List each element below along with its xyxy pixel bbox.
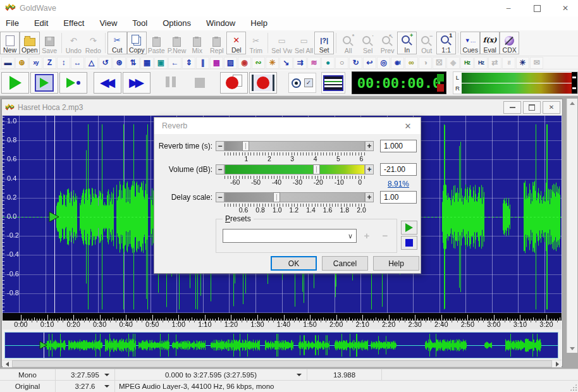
dialog-title-bar[interactable]: Reverb ✕ [154,118,421,134]
pinwheel-icon[interactable]: ☀ [516,57,529,69]
merge-arrows-icon[interactable]: ⇅ [126,57,140,69]
trim-button[interactable]: ✂Trim [246,32,266,54]
dropdown-arrow[interactable] [297,374,302,376]
vd-boxes-icon[interactable]: ▩ [210,57,223,69]
menu-tool[interactable]: Tool [125,16,155,30]
doc-restore-button[interactable] [523,101,541,114]
menu-options[interactable]: Options [155,16,199,30]
horizontal-scrollbar[interactable] [3,360,562,367]
preset-add-button[interactable]: + [360,230,373,242]
monitor-radio[interactable] [292,78,301,88]
document-title-bar[interactable]: Hasret Hoca 2.mp3 ✕ [2,99,562,116]
insert-icon[interactable]: ⇉ [293,57,307,69]
minimize-button[interactable]: – [496,0,521,16]
preview-play-button[interactable] [401,221,417,235]
menu-edit[interactable]: Edit [27,16,56,30]
delay-scale-increase-button[interactable]: + [365,192,374,202]
delay-scale-input[interactable]: 1.00 [380,191,417,204]
control-properties-button[interactable] [321,72,345,94]
ramp-icon[interactable]: △ [85,57,98,69]
paste-button[interactable]: Paste [147,32,166,54]
scroll-up-arrow[interactable] [567,99,577,107]
menu-file[interactable]: File [0,16,27,30]
width-arrows-icon[interactable]: ↔ [71,57,84,69]
cancel-button[interactable]: Cancel [322,256,368,271]
new-button[interactable]: New [0,32,20,54]
dropdown-arrow[interactable] [104,385,109,388]
1-1-button[interactable]: 11:1 [436,32,456,54]
loop-back-icon[interactable]: ↩ [363,57,376,69]
reverb-time-slider-thumb[interactable] [242,141,249,151]
help-button[interactable]: Help [373,256,419,271]
volume-decrease-button[interactable]: − [216,164,224,175]
stripes-icon[interactable]: ≋ [307,57,321,69]
dialog-close-button[interactable]: ✕ [395,118,421,134]
scroll-thumb[interactable] [12,360,552,367]
pointer-x-icon[interactable]: ↘ [280,57,293,69]
globe-icon[interactable]: ● [321,57,335,69]
vertical-arrows-icon[interactable]: ⇕ [182,57,195,69]
save-button[interactable]: Save [40,32,59,54]
loop-time-icon[interactable]: ↻ [349,57,362,69]
delay-scale-slider-thumb[interactable] [273,192,280,202]
volume-slider[interactable] [224,164,365,175]
reverb-time-input[interactable]: 1.000 [380,140,417,152]
presets-combobox[interactable]: ∨ [223,229,357,243]
play-selection-button[interactable] [30,72,58,94]
undo-button[interactable]: ↶Undo [64,32,83,54]
cdx-button[interactable]: CDX [500,32,519,54]
in-button[interactable]: +In [397,32,417,54]
prev-button[interactable]: ↖Prev [378,32,397,54]
redo-button[interactable]: ↷Redo [83,32,103,54]
reverb-time-increase-button[interactable]: + [365,141,374,151]
cues-button[interactable]: ▼…Cues [460,32,480,54]
gear-icon[interactable]: ⊛ [113,57,126,69]
hz-wave-icon[interactable]: Hz [474,57,488,69]
combo-dropdown-icon[interactable]: ∨ [345,232,356,240]
status-length[interactable]: 3:27.595 [56,369,115,380]
preset-remove-button[interactable]: − [379,230,391,242]
volume-input[interactable]: -21.00 [380,163,417,176]
scroll-left-arrow[interactable] [3,360,11,367]
dropdown-arrow[interactable] [104,374,109,376]
stop-button[interactable] [186,72,214,94]
close-button[interactable]: ✕ [553,0,578,16]
menu-window[interactable]: Window [199,16,243,30]
sel-button[interactable]: ·Sel [358,32,378,54]
menu-effect[interactable]: Effect [56,16,92,30]
status-selection[interactable]: 0.000 to 3:27.595 (3:27.595) [115,369,307,380]
linked-circles-icon[interactable]: ∞ [405,57,418,69]
scroll-down-arrow[interactable] [567,344,577,353]
volume-percent-link[interactable]: 8.91% [380,180,417,188]
equalizer-icon[interactable]: ▦ [140,57,154,69]
overview-strip[interactable] [4,332,558,358]
ok-button[interactable]: OK [271,256,317,271]
xy-points-icon[interactable]: xy [29,57,42,69]
play-marker-button[interactable] [59,72,87,94]
play-button[interactable] [1,72,29,94]
doc-minimize-button[interactable] [503,101,521,114]
fast-forward-button[interactable]: ▶▶ [123,72,151,94]
menu-view[interactable]: View [92,16,125,30]
m-box-icon[interactable]: ▨ [224,57,237,69]
open-button[interactable]: Open [20,32,40,54]
spark-icon[interactable]: ✳ [266,57,279,69]
flow-icon[interactable]: ∾ [252,57,265,69]
alert-circle-icon[interactable]: ◉! [391,57,404,69]
timeline-ruler[interactable]: 0:000:100:200:300:400:501:001:101:201:30… [3,313,562,329]
flatline-icon[interactable]: ▬ [1,57,15,69]
reverb-time-slider[interactable] [224,141,365,151]
p-new-button[interactable]: P.New [166,32,188,54]
set-button[interactable]: |?|Set [314,32,334,54]
preview-stop-button[interactable] [401,236,417,250]
cut-button[interactable]: ✂Cut [108,32,127,54]
rings-icon[interactable]: ◎ [377,57,390,69]
arrow-left-icon[interactable]: ← [168,57,181,69]
rewind-button[interactable]: ◀◀ [94,72,121,94]
doc-close-button[interactable]: ✕ [543,101,560,114]
volume-slider-thumb[interactable] [313,164,320,175]
repl-button[interactable]: Repl [207,32,226,54]
all-button[interactable]: *All [338,32,358,54]
status-original-length[interactable]: 3:27.6 [56,381,115,392]
delay-scale-decrease-button[interactable]: − [216,192,224,202]
